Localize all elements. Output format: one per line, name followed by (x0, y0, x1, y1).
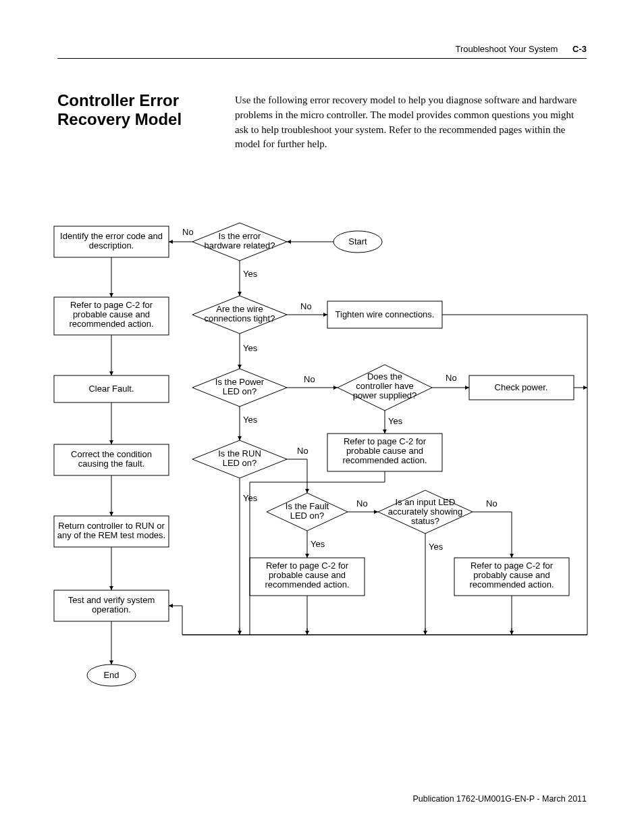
node-refer3-l3: recommended action. (265, 579, 349, 590)
node-d-pwrled-l1: Is the Power (215, 377, 265, 387)
node-refer2-l2: probable cause and (346, 446, 423, 456)
edge-drunled-no: No (297, 446, 308, 456)
edge-drunled-dfault (287, 459, 307, 493)
node-refer2-l1: Refer to page C-2 for (344, 436, 427, 446)
node-refer4-l1: Refer to page C-2 for (471, 561, 554, 571)
node-chkpwr-l1: Check power. (495, 382, 548, 392)
node-refer3-l1: Refer to page C-2 for (266, 561, 349, 571)
edge-dwire-yes: Yes (243, 343, 258, 353)
edge-dinput-no: No (486, 498, 498, 509)
header-page: C-3 (572, 44, 587, 54)
node-end-label: End (103, 670, 119, 680)
edge-dpwrsup-no: No (446, 373, 457, 383)
page-header: Troubleshoot Your System C-3 (455, 44, 587, 54)
edge-dinput-refer4 (473, 512, 512, 558)
node-d-input-l2: accurately showing (388, 506, 463, 517)
node-d-pwrsup-l2: controller have (356, 381, 413, 391)
node-refer1-l3: recommended action. (69, 319, 153, 329)
section-title: Controller Error Recovery Model (57, 91, 226, 128)
node-refer2-l3: recommended action. (342, 455, 427, 465)
node-d-wire-l1: Are the wire (216, 304, 263, 314)
edge-dwire-no: No (300, 301, 312, 311)
publication-footer: Publication 1762-UM001G-EN-P - March 201… (412, 794, 587, 804)
edge-dinput-yes: Yes (429, 542, 444, 552)
node-corr-l2: causing the fault. (78, 459, 144, 469)
node-d-pwrled-l2: LED on? (223, 386, 257, 396)
edge-dhw-no: No (182, 227, 194, 237)
node-d-input-l1: Is an input LED (396, 497, 456, 507)
edge-dpwrled-no: No (304, 374, 315, 384)
node-d-pwrsup-l3: power supplied? (353, 390, 417, 400)
edge-dfault-no: No (356, 498, 368, 509)
edge-dpwrsup-yes: Yes (388, 416, 403, 426)
node-refer1-l1: Refer to page C-2 for (70, 300, 153, 310)
edge-refer2-bus (250, 471, 385, 635)
edge-dfault-yes: Yes (311, 539, 325, 549)
node-d-input-l3: status? (411, 516, 439, 526)
node-d-hw-l2: hardware related? (205, 240, 275, 251)
node-ident-l2: description. (89, 240, 134, 251)
edge-drunled-yes: Yes (243, 493, 258, 503)
header-section: Troubleshoot Your System (455, 44, 558, 54)
node-d-pwrsup-l1: Does the (367, 371, 402, 382)
node-clear-l1: Clear Fault. (88, 384, 134, 394)
intro-paragraph: Use the following error recovery model t… (235, 93, 587, 152)
node-ident-l1: Identify the error code and (60, 231, 163, 241)
node-refer4-l3: recommended action. (469, 579, 554, 590)
edge-dhw-yes: Yes (243, 269, 258, 279)
node-d-runled-l1: Is the RUN (218, 448, 261, 459)
node-test-l1: Test and verify system (68, 595, 155, 605)
node-start-label: Start (348, 236, 367, 246)
node-d-fault-l1: Is the Fault (286, 501, 329, 511)
node-d-fault-l2: LED on? (290, 511, 325, 521)
header-rule (57, 58, 587, 59)
node-corr-l1: Correct the condition (71, 449, 152, 459)
flowchart: Start Is the error hardware related? Ide… (47, 209, 597, 709)
edge-dpwrled-yes: Yes (243, 415, 258, 425)
node-d-wire-l2: connections tight? (205, 313, 275, 323)
node-d-runled-l2: LED on? (223, 458, 257, 468)
node-refer4-l2: probably cause and (473, 570, 549, 580)
node-tight-l1: Tighten wire connections. (336, 309, 435, 319)
node-refer1-l2: probable cause and (73, 309, 150, 319)
node-run-l1: Return controller to RUN or (58, 521, 165, 531)
node-d-hw-l1: Is the error (219, 231, 262, 241)
node-run-l2: any of the REM test modes. (57, 530, 165, 540)
node-test-l2: operation. (92, 604, 131, 615)
node-refer3-l2: probable cause and (269, 570, 346, 580)
